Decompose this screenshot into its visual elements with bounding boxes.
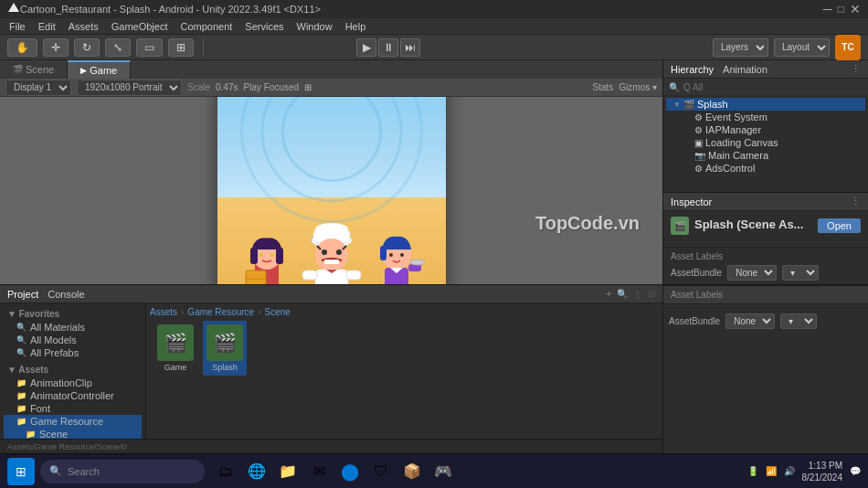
- proj-all-materials[interactable]: 🔍 All Materials: [4, 321, 142, 334]
- taskbar-app-package[interactable]: 📦: [398, 458, 426, 485]
- taskbar-clock[interactable]: 1:13 PM 8/21/2024: [802, 460, 843, 483]
- proj-font[interactable]: 📁 Font: [4, 402, 142, 415]
- rect-tool[interactable]: ▭: [136, 38, 163, 57]
- layers-dropdown[interactable]: Layers: [713, 38, 768, 57]
- svg-point-13: [315, 223, 348, 236]
- taskbar-app-explorer[interactable]: 📁: [274, 458, 302, 485]
- system-wifi-icon: 📶: [766, 466, 777, 476]
- proj-file-splash[interactable]: 🎬 Splash: [203, 321, 247, 376]
- proj-animatorcontroller[interactable]: 📁 AnimatorController: [4, 389, 142, 402]
- menu-file[interactable]: File: [4, 21, 31, 32]
- game-characters: [231, 220, 432, 285]
- svg-marker-0: [8, 3, 19, 12]
- proj-scene[interactable]: 📁 Scene: [4, 428, 142, 439]
- svg-rect-3: [250, 248, 258, 264]
- start-button[interactable]: ⊞: [7, 458, 35, 485]
- folder-icon: 📁: [16, 378, 26, 387]
- unity-logo: [7, 2, 20, 16]
- open-button[interactable]: Open: [818, 218, 861, 233]
- animation-tab[interactable]: Animation: [723, 64, 767, 75]
- scene-tab[interactable]: 🎬 Scene: [0, 60, 68, 79]
- maximize-btn[interactable]: □: [838, 3, 844, 16]
- gizmos-btn[interactable]: Gizmos ▾: [619, 82, 657, 92]
- hierarchy-item-loadingcanvas[interactable]: ▣ Loading Canvas: [666, 136, 865, 149]
- create-btn[interactable]: +: [606, 289, 611, 299]
- menu-gameobject[interactable]: GameObject: [106, 21, 174, 32]
- console-tab[interactable]: Console: [48, 289, 84, 300]
- search-icon[interactable]: 🔍: [617, 289, 628, 299]
- bottom-variant-dropdown[interactable]: ▾: [780, 313, 817, 329]
- breadcrumb-scene[interactable]: Scene: [265, 307, 291, 317]
- system-volume-icon: 🔊: [784, 466, 795, 476]
- project-tab[interactable]: Project: [7, 289, 38, 300]
- hierarchy-menu[interactable]: ⋮: [851, 63, 861, 75]
- hierarchy-item-splash[interactable]: ▼ 🎬 Splash: [666, 98, 865, 111]
- taskbar-app-files[interactable]: 🗂: [212, 458, 239, 485]
- taskbar-app-game[interactable]: 🎮: [429, 458, 457, 485]
- asset-bundle-variant-dropdown[interactable]: ▾: [782, 265, 819, 281]
- proj-file-game[interactable]: 🎬 Game: [153, 321, 197, 376]
- hierarchy-item-iapmanager[interactable]: ⚙ IAPManager: [666, 123, 865, 136]
- taskbar-apps: 🗂 🌐 📁 ✉ ⬤ 🛡 📦 🎮: [212, 458, 457, 485]
- hand-tool[interactable]: ✋: [7, 38, 37, 57]
- breadcrumb-assets[interactable]: Assets: [150, 307, 177, 317]
- hierarchy-item-eventsystem[interactable]: ⚙ Event System: [666, 111, 865, 123]
- menu-component[interactable]: Component: [175, 21, 238, 32]
- hierarchy-panel: Hierarchy Animation ⋮ 🔍 ▼ 🎬 Splash: [663, 60, 868, 193]
- play-button[interactable]: ▶: [356, 38, 376, 57]
- assets-label: ▼ Assets: [4, 363, 142, 377]
- pause-button[interactable]: ⏸: [378, 38, 398, 57]
- hierarchy-item-maincamera[interactable]: 📷 Main Camera: [666, 149, 865, 162]
- inspector-menu[interactable]: ⋮: [851, 196, 861, 207]
- bottom-right-panel: Asset Labels AssetBundle None ▾: [662, 285, 868, 453]
- taskbar-app-circle[interactable]: ⬤: [336, 458, 364, 485]
- rotate-tool[interactable]: ↻: [74, 38, 100, 57]
- inspector-title: Splash (Scene As...: [694, 217, 803, 231]
- proj-gameresource[interactable]: 📁 Game Resource: [4, 415, 142, 428]
- taskbar-app-shield[interactable]: 🛡: [367, 458, 395, 485]
- topcode-logo[interactable]: TC: [835, 35, 861, 60]
- notification-icon[interactable]: 💬: [850, 466, 861, 476]
- folder-icon3: 📁: [16, 404, 26, 413]
- proj-animationclip[interactable]: 📁 AnimationClip: [4, 377, 142, 389]
- window-title: Cartoon_Restaurant - Splash - Android - …: [20, 4, 321, 15]
- maximize-view[interactable]: ⊞: [304, 82, 312, 92]
- project-collapse[interactable]: ⊟: [648, 289, 655, 299]
- svg-point-15: [322, 249, 327, 255]
- bottom-asset-bundle-dropdown[interactable]: None: [725, 313, 775, 329]
- menu-assets[interactable]: Assets: [63, 21, 104, 32]
- project-menu[interactable]: ⋮: [633, 289, 642, 299]
- taskbar-app-browser[interactable]: 🌐: [243, 458, 270, 485]
- folder-icon5: 📁: [26, 430, 36, 439]
- close-btn[interactable]: ✕: [850, 2, 861, 16]
- layout-dropdown[interactable]: Layout: [774, 38, 830, 57]
- taskbar-date-value: 8/21/2024: [802, 472, 843, 483]
- transform-tool[interactable]: ⊞: [168, 38, 194, 57]
- play-focused[interactable]: Play Focused: [243, 82, 299, 92]
- hierarchy-list: ▼ 🎬 Splash ⚙ Event System ⚙ IAPManager: [663, 95, 868, 192]
- hierarchy-search-input[interactable]: [683, 82, 863, 92]
- hierarchy-item-adscontrol[interactable]: ⚙ AdsControl: [666, 162, 865, 175]
- resolution-dropdown[interactable]: 1920x1080 Portrait: [77, 80, 182, 96]
- display-dropdown[interactable]: Display 1: [5, 80, 71, 96]
- asset-bundle-dropdown[interactable]: None: [727, 265, 777, 281]
- taskbar-search-label: Search: [68, 466, 100, 477]
- move-tool[interactable]: ✛: [43, 38, 69, 57]
- taskbar-search[interactable]: 🔍 Search: [40, 460, 205, 483]
- search-icon-sm2: 🔍: [16, 335, 26, 345]
- hierarchy-tab[interactable]: Hierarchy: [671, 64, 714, 75]
- proj-all-prefabs[interactable]: 🔍 All Prefabs: [4, 346, 142, 359]
- step-button[interactable]: ⏭: [400, 38, 420, 57]
- scale-tool[interactable]: ⤡: [105, 38, 131, 57]
- taskbar-app-mail[interactable]: ✉: [305, 458, 333, 485]
- breadcrumb-gameresource[interactable]: Game Resource: [187, 307, 254, 317]
- menu-window[interactable]: Window: [291, 21, 338, 32]
- inspector-tab[interactable]: Inspector: [671, 196, 712, 207]
- menu-edit[interactable]: Edit: [33, 21, 61, 32]
- stats-btn[interactable]: Stats: [593, 82, 614, 92]
- proj-all-models[interactable]: 🔍 All Models: [4, 334, 142, 346]
- minimize-btn[interactable]: ─: [823, 3, 832, 16]
- menu-services[interactable]: Services: [239, 21, 289, 32]
- game-tab[interactable]: ▶ Game: [68, 60, 131, 79]
- menu-help[interactable]: Help: [340, 21, 372, 32]
